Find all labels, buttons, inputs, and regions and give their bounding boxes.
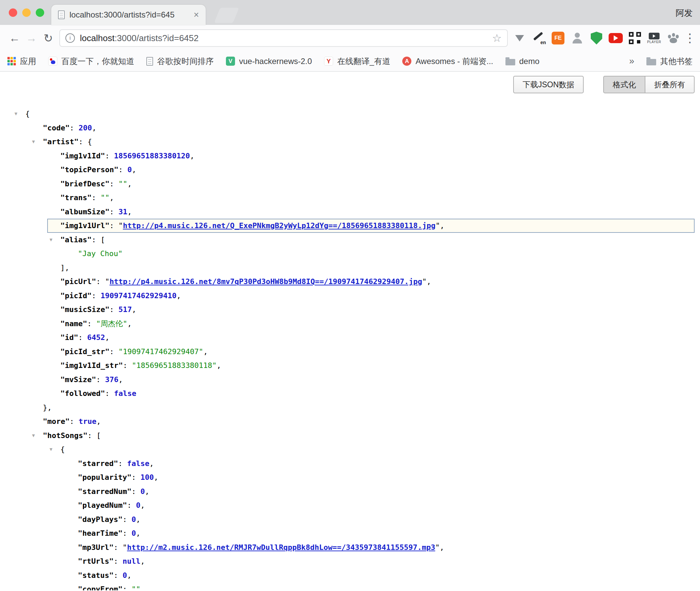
json-link[interactable]: http://m2.music.126.net/RMJR7wDullRqppBk… [127, 543, 435, 552]
json-punct: , [136, 529, 140, 537]
json-string: "18569651883380118" [132, 361, 217, 370]
json-number: 31 [118, 208, 127, 216]
bookmarks-overflow-icon[interactable]: » [629, 56, 634, 66]
player-extension-icon[interactable]: PLAYER [647, 30, 661, 46]
bookmark-youdao[interactable]: Y 在线翻译_有道 [324, 56, 390, 67]
back-button[interactable]: ← [6, 30, 23, 46]
collapse-triangle-icon[interactable]: ▼ [32, 135, 35, 149]
page-info-icon[interactable]: i [65, 33, 75, 43]
bookmark-apps[interactable]: 应用 [7, 56, 36, 67]
json-key: "followed" [60, 389, 105, 398]
json-punct: : [123, 361, 132, 370]
extension-icons: en FE PLAYER [513, 30, 680, 46]
tab-close-icon[interactable]: × [194, 10, 199, 20]
paw-extension-icon[interactable] [666, 30, 680, 46]
json-line: ▼{ [0, 442, 700, 457]
collapse-triangle-icon[interactable]: ▼ [50, 442, 52, 457]
url-host: localhost [80, 33, 115, 43]
json-line: ▼"alias": [ [0, 233, 700, 247]
en-label: en [541, 40, 546, 45]
json-line: "mp3Url": "http://m2.music.126.net/RMJR7… [0, 540, 700, 555]
json-line: ▼"hotSongs": [ [0, 429, 700, 443]
json-line: "popularity": 100, [0, 470, 700, 485]
json-punct: : [110, 180, 119, 188]
json-number: 0 [132, 529, 136, 537]
json-punct: : [110, 221, 119, 230]
json-punct: : [132, 487, 141, 496]
json-punct: : [110, 347, 119, 356]
bookmark-label: 其他书签 [660, 56, 693, 67]
new-tab-button[interactable] [214, 8, 239, 23]
bookmark-vue-hackernews[interactable]: V vue-hackernews-2.0 [226, 57, 312, 66]
collapse-triangle-icon[interactable]: ▼ [14, 107, 17, 121]
json-link[interactable]: http://p4.music.126.net/Q_ExePNkmgB2yWyL… [123, 221, 435, 230]
bookmark-google-sort[interactable]: 谷歌按时间排序 [146, 56, 214, 67]
browser-window: localhost:3000/artists?id=645 × 阿发 ← → ↻… [0, 0, 700, 590]
address-bar[interactable]: i localhost:3000/artists?id=6452 ☆ [59, 29, 508, 47]
browser-tab[interactable]: localhost:3000/artists?id=645 × [51, 5, 206, 25]
minimize-window-button[interactable] [22, 8, 31, 17]
bookmark-demo-folder[interactable]: demo [505, 57, 539, 66]
json-key: "hotSongs" [43, 431, 87, 440]
json-punct: , [105, 333, 109, 342]
json-punct: : [ [92, 236, 105, 244]
json-link[interactable]: http://p4.music.126.net/8mv7qP30Pd3oHW8b… [110, 277, 422, 286]
json-punct: : [118, 459, 127, 468]
profile-extension-icon[interactable] [570, 30, 584, 46]
json-punct: : [114, 557, 123, 565]
reload-button[interactable]: ↻ [40, 30, 57, 46]
json-line: "starredNum": 0, [0, 485, 700, 499]
json-punct: , [127, 208, 132, 216]
zoom-window-button[interactable] [36, 8, 44, 17]
json-line: "name": "周杰伦", [0, 317, 700, 331]
bookmark-baidu[interactable]: 百度一下，你就知道 [48, 56, 134, 67]
json-number: 0 [122, 571, 127, 580]
format-button[interactable]: 格式化 [603, 76, 645, 93]
collapse-triangle-icon[interactable]: ▼ [32, 429, 35, 443]
other-bookmarks-folder[interactable]: 其他书签 [646, 56, 693, 67]
json-line: "briefDesc": "", [0, 177, 700, 191]
bookmark-star-icon[interactable]: ☆ [492, 32, 502, 44]
json-key: "mvSize" [60, 375, 96, 384]
player-label: PLAYER [647, 40, 661, 44]
collapse-all-button[interactable]: 折叠所有 [645, 76, 695, 93]
shield-extension-icon[interactable] [589, 30, 604, 46]
json-punct: , [176, 291, 181, 300]
json-number: 200 [79, 124, 92, 132]
json-string: "" [132, 585, 141, 590]
forward-button[interactable]: → [23, 30, 40, 46]
json-key: "albumSize" [60, 208, 110, 216]
youtube-extension-icon[interactable] [609, 30, 623, 46]
json-line: ], [0, 261, 700, 275]
collapse-triangle-icon[interactable]: ▼ [50, 233, 52, 247]
page-content: 下载JSON数据 格式化 折叠所有 ▼{"code": 200,▼"artist… [0, 72, 700, 590]
json-punct: : [127, 501, 136, 509]
json-line: "img1v1Id": 18569651883380120, [0, 149, 700, 163]
json-key: "briefDesc" [60, 180, 110, 188]
json-number: 0 [136, 501, 140, 509]
bookmark-awesomes[interactable]: A Awesomes - 前端资... [402, 56, 493, 67]
profile-name[interactable]: 阿发 [676, 7, 693, 19]
qrcode-extension-icon[interactable] [628, 30, 642, 46]
json-line: "img1v1Id_str": "18569651883380118", [0, 359, 700, 373]
json-string: "" [118, 180, 127, 188]
json-key: "name" [60, 319, 87, 328]
json-line: "more": true, [0, 414, 700, 429]
json-punct: : [122, 529, 132, 537]
json-punct: : [110, 305, 119, 314]
url-path: :3000/artists?id=6452 [115, 33, 199, 43]
json-number: 0 [140, 487, 145, 496]
json-punct: : [92, 291, 101, 300]
download-json-button[interactable]: 下载JSON数据 [513, 76, 584, 93]
json-line: "status": 0, [0, 568, 700, 583]
flag-extension-icon[interactable] [513, 30, 527, 46]
fe-extension-icon[interactable]: FE [551, 30, 565, 46]
json-keyword: true [79, 417, 96, 426]
apps-grid-icon [7, 57, 16, 65]
bookmark-label: vue-hackernews-2.0 [239, 57, 312, 66]
translate-pen-extension-icon[interactable]: en [532, 30, 546, 46]
close-window-button[interactable] [9, 8, 17, 17]
json-key: "copyFrom" [78, 585, 122, 590]
browser-menu-icon[interactable]: ⋮ [684, 31, 694, 45]
json-line: "code": 200, [0, 121, 700, 135]
